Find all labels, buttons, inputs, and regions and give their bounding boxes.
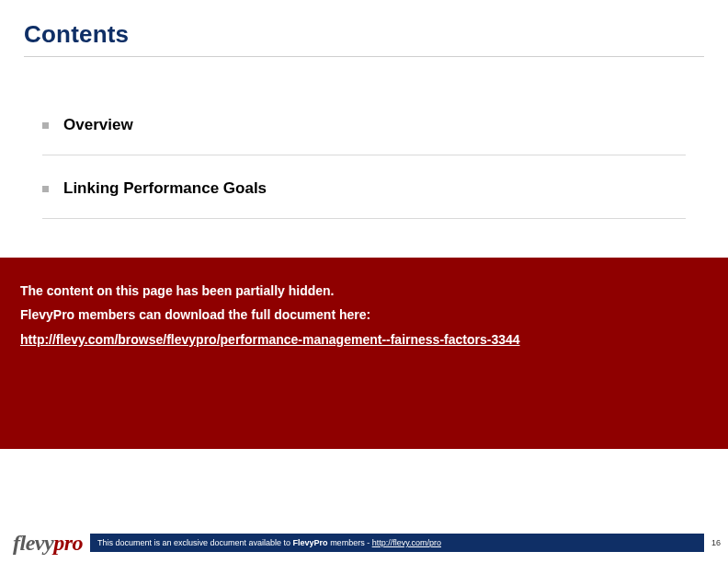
hidden-content-notice: The content on this page has been partia… [0,258,728,449]
footer-bar: This document is an exclusive document a… [90,534,704,552]
page-number: 16 [704,538,728,547]
flevypro-logo: flevypro [0,531,90,556]
toc-item-label: Linking Performance Goals [63,179,267,198]
slide-page: Contents Overview Linking Performance Go… [0,0,728,563]
page-title: Contents [24,20,704,49]
logo-text-pro: pro [53,531,83,556]
footer-msg-mid: members - [328,538,372,547]
footer-link[interactable]: http://flevy.com/pro [372,538,441,547]
title-area: Contents [0,0,728,64]
bullet-square-icon [42,186,49,192]
toc-item-label: Overview [63,116,133,134]
logo-text-flevy: flevy [13,531,53,556]
list-item: Overview [42,92,686,155]
title-divider [24,56,704,57]
list-item: Linking Performance Goals [42,155,686,219]
download-link[interactable]: http://flevy.com/browse/flevypro/perform… [20,332,520,347]
notice-line: The content on this page has been partia… [20,283,708,298]
bullet-square-icon [42,122,49,129]
notice-line: FlevyPro members can download the full d… [20,307,708,322]
footer-msg-prefix: This document is an exclusive document a… [97,538,293,547]
table-of-contents: Overview Linking Performance Goals [0,64,728,219]
footer-msg-brand: FlevyPro [293,538,328,547]
footer-message: This document is an exclusive document a… [97,538,441,547]
footer: flevypro This document is an exclusive d… [0,523,728,563]
